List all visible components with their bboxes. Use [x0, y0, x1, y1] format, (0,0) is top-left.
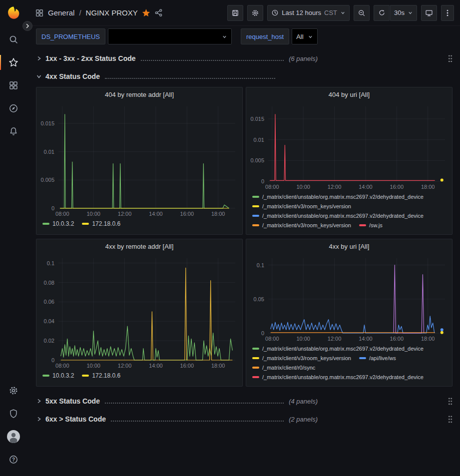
chart-canvas: 08:0010:0012:0014:0016:0018:0000.0050.01… [246, 101, 452, 191]
panel-4xx-by-uri: 4xx by uri [All] 08:0010:0012:0014:0016:… [246, 239, 453, 387]
chart-404-by-remote-addr[interactable]: 08:0010:0012:0014:0016:0018:0000.0050.01… [36, 101, 242, 218]
cycle-view-mode-button[interactable] [421, 5, 437, 21]
chart-404-by-uri[interactable]: 08:0010:0012:0014:0016:0018:0000.0050.01… [246, 101, 452, 191]
legend-swatch [252, 196, 259, 198]
legend-swatch [252, 215, 259, 217]
legend-item[interactable]: /_matrix/client/unstable/org.matrix.msc2… [252, 373, 424, 381]
row-header-4xx[interactable]: 4xx Status Code [36, 69, 453, 84]
chart-canvas: 08:0010:0012:0014:0016:0018:0000.050.1 [246, 253, 452, 343]
legend-item[interactable]: /_matrix/client/unstable/org.matrix.msc2… [252, 212, 424, 220]
request-host-variable: request_host All [241, 28, 318, 44]
legend-item[interactable]: /_matrix/client/v3/room_keys/version [252, 354, 351, 362]
sidebar-item-profile[interactable] [3, 425, 23, 448]
svg-text:14:00: 14:00 [149, 211, 163, 217]
request-host-label[interactable]: request_host [241, 28, 289, 44]
zoom-out-icon [358, 9, 366, 17]
refresh-group: 30s [374, 5, 417, 21]
sidebar-item-starred[interactable] [3, 51, 23, 74]
row-drag-handle[interactable] [448, 397, 453, 406]
svg-text:08:00: 08:00 [55, 211, 69, 217]
sidebar-item-settings[interactable] [3, 379, 23, 402]
svg-text:0: 0 [51, 357, 54, 363]
panel-404-by-remote-addr: 404 by remote addr [All] 08:0010:0012:00… [36, 87, 243, 235]
breadcrumb-section[interactable]: General [48, 8, 74, 17]
chart-4xx-by-uri[interactable]: 08:0010:0012:0014:0016:0018:0000.050.1 [246, 253, 452, 343]
dashboard-body: 1xx - 3xx - 2xx Status Code (6 panels) 4… [27, 49, 460, 427]
sidebar-item-help[interactable]: ? [3, 448, 23, 471]
request-host-select[interactable]: All [292, 28, 317, 44]
shield-icon [8, 409, 18, 419]
user-avatar [7, 430, 20, 443]
timezone-label: CST [324, 9, 337, 16]
svg-text:14:00: 14:00 [359, 184, 373, 190]
refresh-button[interactable] [374, 5, 390, 21]
chart-4xx-by-remote-addr[interactable]: 08:0010:0012:0014:0016:0018:0000.020.040… [36, 253, 242, 370]
main-area: General / NGINX PROXY [27, 0, 460, 476]
sidebar-item-explore[interactable] [3, 97, 23, 120]
dashboards-grid-icon [8, 80, 18, 90]
dotted-leader [141, 60, 284, 61]
refresh-interval-value: 30s [394, 9, 405, 16]
breadcrumb-separator: / [79, 8, 81, 17]
legend-label: /_matrix/client/unstable/org.matrix.msc2… [262, 193, 424, 201]
grafana-logo[interactable] [4, 4, 22, 22]
datasource-select[interactable] [108, 28, 232, 44]
legend-item[interactable]: /_matrix/client/unstable/org.matrix.msc2… [252, 193, 424, 201]
datasource-label[interactable]: DS_PROMETHEUS [36, 28, 105, 44]
save-dashboard-button[interactable] [227, 5, 243, 21]
refresh-interval-select[interactable]: 30s [390, 5, 417, 21]
favorite-star-icon[interactable] [142, 8, 150, 17]
legend-label: /_matrix/client/unstable/org.matrix.msc2… [262, 212, 424, 220]
dashboard-settings-button[interactable] [247, 5, 263, 21]
panel-title[interactable]: 4xx by uri [All] [246, 239, 452, 253]
row-header-1xx-3xx-2xx[interactable]: 1xx - 3xx - 2xx Status Code (6 panels) [36, 51, 453, 66]
legend-item[interactable]: /sw.js [359, 221, 383, 229]
row-header-5xx[interactable]: 5xx Status Code (4 panels) [36, 394, 453, 409]
legend-item[interactable]: 172.18.0.6 [82, 372, 120, 380]
svg-text:16:00: 16:00 [390, 336, 404, 342]
request-host-value: All [296, 33, 303, 40]
legend-item[interactable]: 172.18.0.6 [82, 220, 120, 228]
row-drag-handle[interactable] [448, 54, 453, 63]
sidebar-bottom-group: ? [3, 379, 23, 471]
zoom-out-button[interactable] [354, 5, 370, 21]
sidebar-item-alerting[interactable] [3, 120, 23, 143]
legend-item[interactable]: /_matrix/client/v3/room_keys/version [252, 221, 351, 229]
row-header-6xx[interactable]: 6xx > Status Code (2 panels) [36, 412, 453, 427]
svg-text:0.02: 0.02 [44, 338, 54, 344]
kebab-menu-button[interactable] [441, 5, 454, 21]
panel-count: (2 panels) [289, 416, 318, 423]
panel-title[interactable]: 4xx by remote addr [All] [36, 239, 242, 253]
sidebar-expand-button[interactable] [22, 21, 32, 31]
legend-item[interactable]: /api/live/ws [359, 354, 396, 362]
legend-swatch [359, 357, 366, 359]
svg-text:08:00: 08:00 [55, 363, 69, 369]
panel-legend: 10.0.3.2172.18.0.6 [36, 370, 242, 386]
row-drag-handle[interactable] [448, 415, 453, 424]
legend-item[interactable]: 10.0.3.2 [42, 372, 74, 380]
legend-label: 172.18.0.6 [92, 372, 120, 380]
chevron-right-icon [36, 416, 42, 422]
panel-title[interactable]: 404 by remote addr [All] [36, 87, 242, 101]
sidebar-item-dashboards[interactable] [3, 74, 23, 97]
panel-title[interactable]: 404 by uri [All] [246, 87, 452, 101]
sidebar-item-server-admin[interactable] [3, 402, 23, 425]
legend-label: /_matrix/client/r0/sync [262, 364, 315, 372]
legend-item[interactable]: /_matrix/client/r0/sync [252, 364, 315, 372]
dashboard-title[interactable]: NGINX PROXY [86, 8, 138, 17]
legend-item[interactable]: /_matrix/client/unstable/org.matrix.msc2… [252, 345, 424, 353]
legend-swatch [42, 223, 49, 225]
chevron-right-icon [25, 23, 30, 28]
share-icon[interactable] [154, 8, 163, 17]
svg-text:18:00: 18:00 [211, 363, 225, 369]
svg-text:14:00: 14:00 [149, 363, 163, 369]
legend-item[interactable]: /_matrix/client/v3/room_keys/version [252, 202, 351, 210]
legend-swatch [252, 224, 259, 226]
time-range-picker[interactable]: Last 12 hours CST [267, 5, 350, 21]
panel-legend: /_matrix/client/unstable/org.matrix.msc2… [246, 343, 452, 386]
sidebar-item-search[interactable] [3, 28, 23, 51]
dotted-leader [105, 78, 275, 79]
legend-label: /_matrix/client/unstable/org.matrix.msc2… [262, 345, 424, 353]
svg-text:10:00: 10:00 [296, 336, 310, 342]
legend-item[interactable]: 10.0.3.2 [42, 220, 74, 228]
